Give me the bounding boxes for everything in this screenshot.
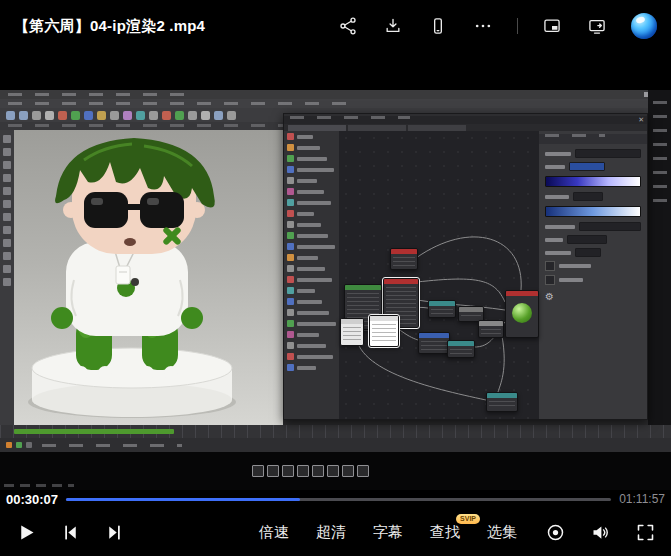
next-icon: [104, 522, 125, 543]
account-avatar[interactable]: [631, 13, 657, 39]
episodes-button[interactable]: 选集: [487, 523, 517, 542]
c4d-left-tools: [0, 130, 14, 425]
video-letterbox-bottom: [0, 452, 671, 490]
phone-icon: [428, 16, 448, 36]
play-button[interactable]: [14, 520, 38, 544]
search-button[interactable]: 查找 SVIP: [430, 523, 460, 542]
progress-bar[interactable]: [66, 498, 611, 501]
svip-badge: SVIP: [456, 514, 480, 524]
previous-icon: [60, 522, 81, 543]
c4d-menubar: [0, 99, 671, 108]
tv-cast-button[interactable]: [586, 15, 608, 37]
character-figure: [14, 130, 283, 425]
fullscreen-icon: [635, 522, 656, 543]
download-icon: [383, 16, 403, 36]
current-time: 00:30:07: [6, 492, 58, 507]
previous-episode-button[interactable]: [58, 520, 82, 544]
next-episode-button[interactable]: [102, 520, 126, 544]
header-divider: [517, 18, 518, 34]
gear-icon: ⚙: [539, 287, 647, 306]
attributes-panel: ⚙: [539, 131, 647, 419]
picture-in-picture-button[interactable]: [541, 15, 563, 37]
play-icon: [16, 522, 37, 543]
close-icon: ✕: [638, 116, 644, 124]
quality-button[interactable]: 超清: [316, 523, 346, 542]
c4d-statusbar: [0, 438, 671, 452]
total-duration: 01:11:57: [619, 492, 665, 506]
node-editor-titlebar: ✕: [284, 116, 647, 124]
more-icon: [473, 16, 493, 36]
c4d-right-panel: [648, 90, 671, 452]
c4d-viewport: [14, 130, 283, 425]
control-bar: 倍速 超清 字幕 查找 SVIP 选集: [0, 508, 671, 556]
subtitles-button[interactable]: 字幕: [373, 523, 403, 542]
video-title: 【第六周】04-ip渲染2 .mp4: [14, 17, 205, 36]
tv-cast-icon: [587, 16, 607, 36]
progress-fill: [66, 498, 300, 501]
c4d-titlebar: [0, 90, 671, 99]
record-icon: [545, 522, 566, 543]
header-bar: 【第六周】04-ip渲染2 .mp4: [0, 0, 671, 52]
c4d-timeline: [0, 425, 671, 438]
share-icon: [338, 16, 358, 36]
node-editor-window: ✕ ⚙: [283, 113, 648, 420]
record-button[interactable]: [543, 520, 567, 544]
picture-in-picture-icon: [542, 16, 562, 36]
header-actions: [337, 13, 657, 39]
playback-speed-button[interactable]: 倍速: [259, 523, 289, 542]
volume-icon: [590, 522, 611, 543]
c4d-material-icons: [252, 465, 369, 477]
node-editor-canvas: [339, 131, 541, 419]
more-button[interactable]: [472, 15, 494, 37]
node-editor-list: [284, 131, 339, 419]
share-button[interactable]: [337, 15, 359, 37]
fullscreen-button[interactable]: [633, 520, 657, 544]
volume-button[interactable]: [588, 520, 612, 544]
download-button[interactable]: [382, 15, 404, 37]
progress-row: 00:30:07 01:11:57: [0, 490, 671, 508]
video-surface[interactable]: ✕ ⚙: [0, 70, 671, 490]
video-player-app: 【第六周】04-ip渲染2 .mp4: [0, 0, 671, 556]
watch-on-phone-button[interactable]: [427, 15, 449, 37]
